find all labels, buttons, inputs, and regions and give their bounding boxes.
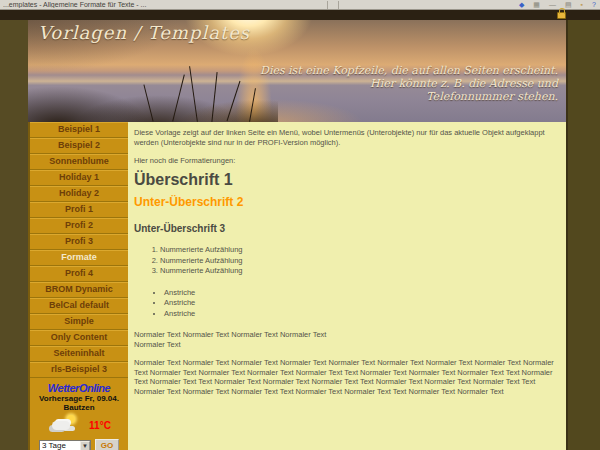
sidebar-menu-item[interactable]: rls-Beispiel 3 (30, 362, 128, 378)
bullet-list: AnstricheAnstricheAnstriche (164, 288, 554, 319)
sidebar-menu-item[interactable]: BelCal default (30, 298, 128, 314)
bullet-list-item: Anstriche (164, 288, 554, 298)
sidebar-menu: Beispiel 1Beispiel 2SonnenblumeHoliday 1… (30, 122, 128, 378)
security-lock-icon (557, 12, 566, 19)
sidebar-menu-item[interactable]: Holiday 2 (30, 186, 128, 202)
sidebar-menu-item[interactable]: BROM Dynamic (30, 282, 128, 298)
numbered-list-item: Nummerierte Aufzählung (160, 256, 554, 266)
tab-separator (327, 1, 328, 9)
sidebar-menu-item[interactable]: Seiteninhalt (30, 346, 128, 362)
formats-label: Hier noch die Formatierungen: (134, 156, 554, 166)
sidebar: Beispiel 1Beispiel 2SonnenblumeHoliday 1… (28, 122, 128, 450)
weather-forecast-date: Vorhersage Fr, 09.04. (30, 394, 128, 403)
wetteronline-logo[interactable]: WetterOnline (30, 382, 128, 394)
weather-range-select[interactable]: 3 Tage ▼ (39, 440, 91, 450)
page-margin-left (0, 20, 28, 450)
chevron-down-icon[interactable]: ▼ (80, 441, 90, 450)
sidebar-menu-item[interactable]: Profi 1 (30, 202, 128, 218)
help-icon[interactable]: ? (592, 0, 596, 10)
sun-behind-cloud-icon (47, 415, 81, 435)
note-icon[interactable]: ▪ (581, 0, 583, 10)
intro-paragraph: Diese Vorlage zeigt auf der linken Seite… (134, 128, 554, 147)
numbered-list-item: Nummerierte Aufzählung (160, 266, 554, 276)
page-margin-right (566, 20, 600, 450)
panel-icon[interactable]: ▤ (565, 0, 572, 10)
sidebar-menu-item[interactable]: Formate (30, 250, 128, 266)
weather-go-button[interactable]: GO (95, 439, 119, 450)
sidebar-menu-item[interactable]: Profi 2 (30, 218, 128, 234)
sidebar-menu-item[interactable]: Simple (30, 314, 128, 330)
dune-grass-decoration (28, 64, 278, 122)
browser-tab-title[interactable]: ...emplates - Allgemeine Formate für Tex… (0, 1, 322, 8)
numbered-list-item: Nummerierte Aufzählung (160, 245, 554, 255)
sidebar-menu-item[interactable]: Profi 4 (30, 266, 128, 282)
numbered-list: Nummerierte AufzählungNummerierte Aufzäh… (160, 245, 554, 276)
browser-tab-bar: ...emplates - Allgemeine Formate für Tex… (0, 0, 600, 10)
minimize-icon[interactable]: — (549, 0, 556, 10)
tiles-icon[interactable]: ▦ (533, 0, 540, 10)
sidebar-menu-item[interactable]: Beispiel 2 (30, 138, 128, 154)
sidebar-menu-item[interactable]: Beispiel 1 (30, 122, 128, 138)
header-sunset-image: Vorlagen / Templates Dies ist eine Kopfz… (28, 20, 566, 122)
page-top-strip (0, 10, 600, 20)
bookmark-icon[interactable]: ◆ (519, 0, 524, 10)
sidebar-menu-item[interactable]: Only Content (30, 330, 128, 346)
sidebar-menu-item[interactable]: Profi 3 (30, 234, 128, 250)
normal-text-short: Normaler Text Normaler Text Normaler Tex… (134, 330, 554, 349)
sidebar-menu-item[interactable]: Holiday 1 (30, 170, 128, 186)
weather-city: Bautzen (30, 403, 128, 412)
weather-temperature: 11°C (89, 420, 111, 431)
browser-toolbar: ◆ ▦ — ▤ ▪ ? (519, 0, 596, 10)
normal-text-long: Normaler Text Normaler Text Normaler Tex… (134, 358, 554, 396)
bullet-list-item: Anstriche (164, 298, 554, 308)
weather-range-value: 3 Tage (40, 440, 80, 450)
heading-1: Überschrift 1 (134, 175, 554, 185)
bullet-list-item: Anstriche (164, 309, 554, 319)
main-content: Diese Vorlage zeigt auf der linken Seite… (128, 122, 566, 450)
weather-widget: WetterOnline Vorhersage Fr, 09.04. Bautz… (30, 378, 128, 450)
sidebar-menu-item[interactable]: Sonnenblume (30, 154, 128, 170)
tab-separator (338, 1, 339, 9)
site-title: Vorlagen / Templates (38, 22, 250, 43)
header-note: Dies ist eine Kopfzeile, die auf allen S… (260, 64, 558, 103)
heading-3: Unter-Überschrift 3 (134, 224, 554, 234)
heading-2: Unter-Überschrift 2 (134, 198, 554, 208)
